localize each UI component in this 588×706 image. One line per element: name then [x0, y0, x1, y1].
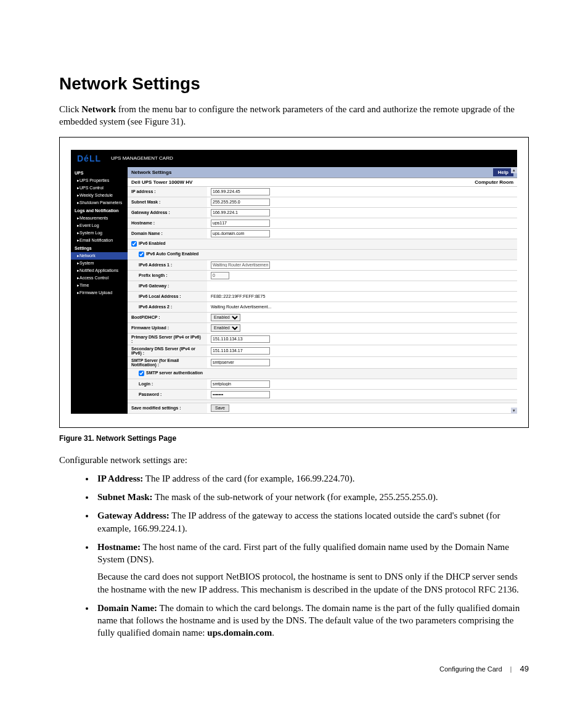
intro-pre: Click — [59, 104, 81, 114]
figure-31: DéLL UPS MANAGEMENT CARD UPS UPS Propert… — [59, 137, 529, 428]
label-dns2: Secondary DNS Server (IPv4 or IPv6) : — [128, 345, 207, 356]
label-smtp: SMTP Server (for Email Notification) : — [128, 356, 207, 368]
panel-title: Network Settings — [131, 170, 171, 175]
label-bootp: BootP/DHCP : — [128, 312, 207, 322]
list-item: Gateway Address: The IP address of the g… — [95, 509, 529, 535]
label-ipv6-autoconf: IPv6 Auto Config Enabled — [146, 252, 198, 256]
sidebar-item-system[interactable]: System — [71, 260, 128, 267]
sidebar: UPS UPS Properties UPS Control Weekly Sc… — [71, 167, 128, 414]
label-ip: IP address : — [128, 187, 207, 197]
sidebar-item-notified-apps[interactable]: Notified Applications — [71, 267, 128, 274]
sidebar-item-ups-properties[interactable]: UPS Properties — [71, 177, 128, 184]
domain-input[interactable] — [211, 230, 270, 237]
footer-page-number: 49 — [520, 664, 529, 673]
label-ipv6-addr1: IPv6 Address 1 : — [128, 260, 207, 270]
help-link[interactable]: Help — [493, 168, 513, 176]
label-login: Login : — [128, 379, 207, 389]
scroll-up-icon[interactable]: ▴ — [511, 167, 517, 173]
ipv6-local-value: FE80::222:19FF:FEFF:8E75 — [211, 294, 265, 298]
figure-caption: Figure 31. Network Settings Page — [59, 434, 529, 443]
fw-select[interactable]: Enabled — [211, 324, 240, 332]
dell-logo: DéLL — [77, 154, 101, 163]
sidebar-item-system-log[interactable]: System Log — [71, 229, 128, 237]
device-location: Computer Room — [475, 179, 513, 185]
label-dns1: Primary DNS Server (IPv4 or IPv6) : — [128, 333, 207, 345]
label-ipv6-addr2: IPv6 Address 2 : — [128, 302, 207, 312]
device-name: Dell UPS Tower 1000W HV — [131, 179, 192, 185]
sidebar-item-firmware-upload[interactable]: Firmware Upload — [71, 289, 128, 297]
def-text: The mask of the sub-network of your netw… — [153, 492, 438, 502]
config-lead: Configurable network settings are: — [59, 454, 529, 466]
password-input[interactable] — [211, 391, 270, 398]
list-item: Hostname: The host name of the card. Fir… — [95, 541, 529, 596]
sidebar-item-email-notification[interactable]: Email Notification — [71, 237, 128, 244]
label-domain: Domain Name : — [128, 228, 207, 239]
sidebar-section-ups: UPS — [71, 169, 128, 177]
settings-table: IP address : Subnet Mask : Gateway Addre… — [128, 187, 517, 414]
sidebar-item-event-log[interactable]: Event Log — [71, 222, 128, 229]
login-input[interactable] — [211, 380, 270, 388]
def-term: IP Address: — [97, 474, 143, 483]
label-smtp-auth: SMTP server authentication — [146, 371, 203, 375]
label-ipv6-local: IPv6 Local Address : — [128, 291, 207, 302]
sidebar-item-access-control[interactable]: Access Control — [71, 274, 128, 282]
label-prefix: Prefix length : — [128, 270, 207, 281]
def-text: The host name of the card. First part of… — [97, 542, 509, 564]
sidebar-item-ups-control[interactable]: UPS Control — [71, 184, 128, 192]
label-save: Save modified settings : — [128, 403, 207, 413]
smtp-input[interactable] — [211, 359, 270, 366]
smtp-auth-checkbox[interactable] — [139, 371, 144, 376]
list-item: Domain Name: The domain to which the car… — [95, 602, 529, 639]
label-subnet: Subnet Mask : — [128, 197, 207, 207]
bootp-select[interactable]: Enabled — [211, 314, 240, 321]
label-password: Password : — [128, 389, 207, 400]
label-hostname: Hostname : — [128, 218, 207, 228]
ip-input[interactable] — [211, 188, 270, 195]
page-title: Network Settings — [59, 74, 529, 94]
def-term: Subnet Mask: — [97, 492, 153, 502]
row-ipv6-enabled: IPv6 Enabled — [128, 239, 517, 249]
dns1-input[interactable] — [211, 335, 270, 343]
definition-list: IP Address: The IP address of the card (… — [59, 472, 529, 639]
gateway-input[interactable] — [211, 209, 270, 216]
prefix-input — [211, 272, 229, 279]
sidebar-section-logs: Logs and Notification — [71, 207, 128, 215]
ipv6-enabled-checkbox[interactable] — [131, 241, 137, 247]
def-text: The domain to which the card belongs. Th… — [97, 603, 520, 638]
def-para: Because the card does not support NetBIO… — [97, 570, 529, 596]
page-footer: Configuring the Card | 49 — [59, 664, 529, 673]
ipv6-addr2-value: Waiting Router Advertisement... — [211, 305, 271, 309]
hostname-input[interactable] — [211, 220, 270, 227]
ipv6-autoconf-checkbox[interactable] — [139, 252, 144, 257]
intro-bold: Network — [81, 104, 116, 114]
ipv6-addr1-input — [211, 261, 270, 269]
footer-section: Configuring the Card — [439, 665, 502, 673]
sidebar-item-network[interactable]: Network — [71, 252, 128, 260]
sidebar-section-settings: Settings — [71, 244, 128, 252]
ups-card: DéLL UPS MANAGEMENT CARD UPS UPS Propert… — [71, 150, 517, 414]
def-term: Domain Name: — [97, 603, 157, 613]
sidebar-item-measurements[interactable]: Measurements — [71, 215, 128, 222]
def-text: The IP address of the card (for example,… — [143, 474, 354, 483]
card-title: UPS MANAGEMENT CARD — [111, 155, 173, 161]
label-ipv6-enabled: IPv6 Enabled — [139, 241, 166, 245]
def-tail-bold: ups.domain.com — [207, 628, 272, 638]
dns2-input[interactable] — [211, 347, 270, 355]
scroll-down-icon[interactable]: ▾ — [511, 408, 517, 414]
sidebar-item-weekly-schedule[interactable]: Weekly Schedule — [71, 192, 128, 199]
label-gateway: Gateway Address : — [128, 207, 207, 218]
list-item: IP Address: The IP address of the card (… — [95, 472, 529, 485]
subnet-input[interactable] — [211, 199, 270, 206]
row-ipv6-autoconf: IPv6 Auto Config Enabled — [128, 249, 517, 260]
def-term: Gateway Address: — [97, 511, 169, 520]
main-panel: ▴ ▾ Network Settings Help Dell UPS Tower… — [128, 167, 517, 414]
sidebar-item-shutdown-params[interactable]: Shutdown Parameters — [71, 199, 128, 207]
label-fw: Firmware Upload : — [128, 322, 207, 333]
def-tail: . — [272, 628, 274, 638]
card-header: DéLL UPS MANAGEMENT CARD — [71, 150, 517, 167]
sidebar-item-time[interactable]: Time — [71, 282, 128, 289]
intro-paragraph: Click Network from the menu bar to confi… — [59, 103, 529, 128]
save-button[interactable]: Save — [211, 404, 229, 412]
intro-post: from the menu bar to configure the netwo… — [59, 104, 515, 126]
def-term: Hostname: — [97, 542, 141, 552]
